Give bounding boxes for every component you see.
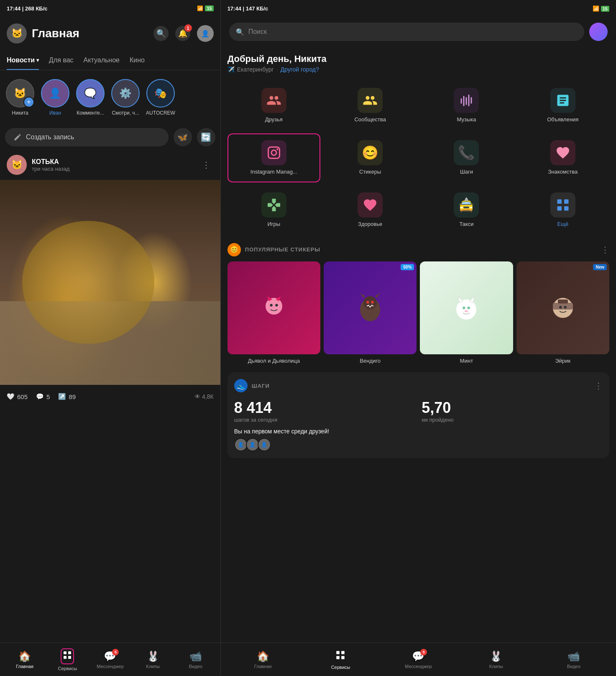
sale-badge: 50% (401, 264, 414, 270)
tab-news[interactable]: Новости ▾ (7, 50, 39, 70)
sticker-eyrik[interactable]: New Эйрик (516, 261, 609, 364)
service-more[interactable]: Ещё (516, 186, 609, 235)
nav-services-left[interactable]: Сервисы (51, 648, 84, 671)
ads-icon-box (550, 88, 575, 113)
svg-point-25 (564, 306, 566, 308)
views-count: 👁 4,8К (194, 393, 214, 400)
dating-icon (555, 145, 570, 160)
post-user-info: КОТЬКА три часа назад (32, 158, 194, 172)
service-ads[interactable]: Объявления (516, 81, 609, 130)
right-user-avatar[interactable] (589, 23, 608, 41)
service-stickers[interactable]: 😊 Стикеры (324, 133, 417, 182)
service-instagram-manager[interactable]: Instagram Manag... (227, 133, 320, 182)
steps-label: шагов за сегодня (234, 417, 415, 423)
sticker-mint[interactable]: Минт (420, 261, 513, 364)
story-nikita[interactable]: 🐱 Никита (5, 79, 35, 116)
post-username: КОТЬКА (32, 158, 194, 166)
post-header: 🐱 КОТЬКА три часа назад ⋮ (0, 150, 220, 180)
friend-avatar-3: 👤 (258, 438, 271, 451)
search-button[interactable]: 🔍 (153, 26, 169, 41)
steps-count-stat: 8 414 шагов за сегодня (234, 399, 415, 423)
butterfly-button[interactable]: 🦋 (174, 128, 192, 146)
left-panel: 17:44 | 268 КБ/с 📶 15 🐱 Главная 🔍 🔔 1 👤 (0, 0, 220, 676)
dating-icon-box (550, 140, 575, 165)
story-autocrew[interactable]: 🎭 AUTOCREW (146, 79, 176, 116)
service-taxi[interactable]: 🚖 Такси (420, 186, 513, 235)
taxi-icon-box: 🚖 (454, 192, 479, 218)
story-ivan[interactable]: 👤 Иван (40, 79, 70, 116)
like-button[interactable]: 🤍 605 (7, 393, 28, 400)
right-nav-home[interactable]: 🏠 Главная (246, 650, 280, 669)
stickers-emoji-icon: 😊 (362, 145, 378, 161)
page-title: Главная (32, 27, 148, 40)
left-time: 17:44 | 268 КБ/с (7, 5, 48, 12)
sticker-devil[interactable]: Дьявол и Дьяволица (227, 261, 320, 364)
steps-data: 8 414 шагов за сегодня 5,70 км пройдено (234, 399, 603, 423)
tab-cinema[interactable]: Кино (130, 50, 145, 70)
nav-clips-left[interactable]: 🐰 Клипы (136, 650, 170, 669)
share-button[interactable]: ↗️ 89 (58, 393, 76, 400)
create-post-button[interactable]: Создать запись (5, 128, 169, 146)
svg-point-18 (456, 300, 476, 320)
friend-avatar-2: 👤 (246, 438, 259, 451)
instagram-manager-icon (266, 145, 281, 160)
story-comments[interactable]: 🗨️ Комменте... (75, 79, 105, 116)
nav-video-left[interactable]: 📹 Видео (179, 650, 212, 669)
left-bottom-nav: 🏠 Главная Сервисы 💬 5 Ме (0, 643, 220, 676)
svg-rect-1 (68, 651, 71, 654)
right-status-icons: 📶 15 (593, 5, 609, 12)
stickers-row: Дьявол и Дьяволица 50% Вендиг (227, 261, 609, 364)
service-games[interactable]: Игры (227, 186, 320, 235)
tab-for-you[interactable]: Для вас (49, 50, 74, 70)
search-bar[interactable]: 🔍 Поиск (229, 23, 584, 41)
tab-actual[interactable]: Актуальное (84, 50, 120, 70)
right-bottom-nav: 🏠 Главная Сервисы 💬 5 Мессенджер 🐰 (221, 643, 616, 676)
left-header: 🐱 Главная 🔍 🔔 1 👤 (0, 17, 220, 50)
km-label: км пройдено (422, 417, 603, 423)
right-nav-clips[interactable]: 🐰 Клипы (479, 650, 513, 669)
svg-rect-10 (564, 206, 569, 211)
service-communities[interactable]: Сообщества (324, 81, 417, 130)
stickers-section-icon: 😊 (227, 243, 241, 256)
svg-rect-29 (337, 656, 340, 659)
stickers-more-button[interactable]: ⋮ (601, 245, 609, 255)
story-watch[interactable]: ⚙️ Смотри, ч... (110, 79, 141, 116)
nav-home[interactable]: 🏠 Главная (8, 650, 41, 669)
service-friends[interactable]: Друзья (227, 81, 320, 130)
location-row: ✈️ Екатеринбург · Другой город? (227, 66, 609, 73)
video-icon: 📹 (189, 650, 202, 662)
refresh-button[interactable]: 🔄 (197, 128, 215, 146)
sticker-wendigo-image: 50% (324, 261, 417, 354)
steps-more-button[interactable]: ⋮ (594, 381, 603, 391)
ads-icon (555, 93, 570, 108)
right-nav-messenger[interactable]: 💬 5 Мессенджер (401, 650, 435, 669)
svg-rect-26 (558, 300, 568, 304)
svg-point-6 (276, 148, 279, 150)
post-more-button[interactable]: ⋮ (199, 158, 214, 172)
svg-rect-9 (557, 206, 562, 211)
friends-icon (266, 93, 281, 108)
home-icon: 🏠 (18, 650, 31, 662)
right-nav-video[interactable]: 📹 Видео (557, 650, 590, 669)
right-status-bar: 17:44 | 147 КБ/с 📶 15 (221, 0, 616, 17)
search-bar-icon: 🔍 (236, 28, 244, 36)
service-dating[interactable]: Знакомства (516, 133, 609, 182)
service-health[interactable]: Здоровье (324, 186, 417, 235)
friend-avatars: 👤 👤 👤 (234, 438, 603, 451)
service-steps[interactable]: 📞 Шаги (420, 133, 513, 182)
more-icon-box (550, 192, 575, 218)
steps-km: 5,70 (422, 399, 603, 417)
header-avatar[interactable]: 👤 (197, 25, 214, 42)
right-nav-services[interactable]: Сервисы (324, 650, 357, 670)
right-messenger-icon: 💬 5 (412, 650, 424, 662)
comment-button[interactable]: 💬 5 (36, 393, 50, 400)
service-music[interactable]: Музыка (420, 81, 513, 130)
change-city-link[interactable]: Другой город? (281, 66, 319, 73)
stickers-icon-box: 😊 (358, 140, 383, 165)
nav-messenger-left[interactable]: 💬 5 Мессенджер (93, 650, 127, 669)
right-signal-icon: 📶 (593, 5, 599, 12)
notifications-button[interactable]: 🔔 1 (175, 26, 190, 41)
post-author-avatar[interactable]: 🐱 (7, 155, 27, 175)
sticker-wendigo[interactable]: 50% Вендиго (324, 261, 417, 364)
user-avatar[interactable]: 🐱 (7, 23, 27, 44)
